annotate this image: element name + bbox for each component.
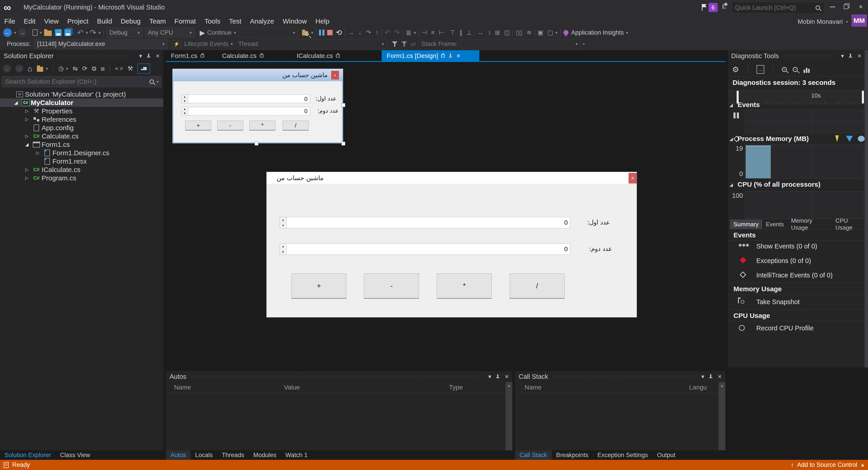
menu-test[interactable]: Test bbox=[224, 18, 246, 25]
quick-launch-box[interactable] bbox=[732, 2, 824, 13]
bring-to-front-icon[interactable]: ▣ bbox=[538, 29, 544, 36]
menu-edit[interactable]: Edit bbox=[20, 18, 40, 25]
format-document-icon[interactable]: ≣ bbox=[406, 29, 411, 37]
new-file-chevron-down-icon[interactable]: ▾ bbox=[40, 30, 42, 35]
sync-with-active-document-icon[interactable]: ⇆ bbox=[72, 65, 78, 72]
close-button[interactable]: × bbox=[854, 0, 867, 13]
timeline-end-marker[interactable] bbox=[862, 91, 864, 104]
tree-item-icalculate[interactable]: ▷ C# ICalculate.cs bbox=[0, 166, 163, 174]
search-icon[interactable] bbox=[815, 5, 820, 10]
numeric-updown2[interactable]: 0 bbox=[188, 107, 310, 115]
se-search-chevron-icon[interactable]: ▾ bbox=[156, 79, 158, 84]
break-all-icon[interactable] bbox=[319, 30, 321, 35]
numeric-updown2-spinner[interactable]: ▲▼ bbox=[181, 107, 188, 115]
cpu-chart[interactable] bbox=[745, 191, 864, 219]
app-insights-chevron-down-icon[interactable]: ▾ bbox=[626, 30, 628, 35]
tree-item-properties[interactable]: ▷ ⚒ Properties bbox=[0, 107, 163, 115]
add-to-source-control-button[interactable]: Add to Source Control bbox=[797, 461, 857, 468]
restore-button[interactable] bbox=[840, 0, 852, 13]
menu-help[interactable]: Help bbox=[311, 18, 334, 25]
tab-class-view[interactable]: Class View bbox=[56, 450, 95, 460]
collapsed-arrow-icon[interactable]: ▷ bbox=[23, 117, 31, 122]
se-search-icon[interactable] bbox=[150, 80, 154, 84]
horizontal-spacing-icon[interactable]: ▯▯ bbox=[516, 29, 523, 36]
call-stack-scrollbar[interactable]: ▲ bbox=[718, 382, 725, 450]
tab-solution-explorer[interactable]: Solution Explorer bbox=[0, 450, 56, 460]
step-over-icon[interactable]: ↷ bbox=[366, 29, 371, 36]
menu-debug[interactable]: Debug bbox=[117, 18, 145, 25]
call-stack-column-headers[interactable]: Name Langu bbox=[515, 382, 725, 393]
subtract-button[interactable]: - bbox=[217, 121, 243, 130]
column-language[interactable]: Langu bbox=[689, 384, 709, 391]
cpu-section-header[interactable]: CPU (% of all processors) bbox=[738, 181, 820, 188]
solution-search-box[interactable]: ▾ bbox=[2, 76, 161, 87]
align-centers-icon[interactable]: ≡ bbox=[431, 29, 435, 36]
tree-item-calculate[interactable]: ▷ C# Calculate.cs bbox=[0, 132, 163, 140]
make-same-height-icon[interactable]: ↕ bbox=[488, 29, 491, 36]
column-value[interactable]: Value bbox=[284, 384, 449, 391]
run-to-cursor-icon[interactable]: → bbox=[348, 29, 354, 36]
numeric-updown1[interactable]: 0 bbox=[188, 95, 310, 103]
resize-handle-right[interactable] bbox=[341, 103, 345, 107]
app-titlebar[interactable]: ماشین حساب من X bbox=[267, 172, 637, 184]
notification-badge[interactable]: 6 bbox=[709, 3, 718, 12]
quick-launch-input[interactable] bbox=[732, 4, 815, 11]
switch-views-chevron-icon[interactable]: ▾ bbox=[46, 66, 48, 71]
scroll-up-icon[interactable]: ▲ bbox=[718, 382, 725, 388]
tree-item-form1[interactable]: ◢ Form1.cs bbox=[0, 140, 163, 149]
menu-view[interactable]: View bbox=[40, 18, 63, 25]
restart-icon[interactable]: ⟲ bbox=[336, 28, 342, 37]
stop-debugging-icon[interactable] bbox=[327, 30, 333, 35]
align-tops-icon[interactable]: ⊤ bbox=[450, 29, 455, 36]
diagnostic-tools-header[interactable]: Diagnostic Tools ▾ × bbox=[728, 50, 865, 62]
column-name[interactable]: Name bbox=[166, 384, 284, 391]
collapsed-arrow-icon[interactable]: ▷ bbox=[23, 134, 31, 139]
pin-icon[interactable] bbox=[496, 374, 500, 379]
make-same-width-icon[interactable]: ↔ bbox=[478, 29, 484, 36]
tab-call-stack[interactable]: Call Stack bbox=[515, 450, 552, 460]
app-multiply-button[interactable]: * bbox=[437, 273, 492, 299]
switch-views-icon[interactable] bbox=[37, 67, 43, 72]
back-chevron-down-icon[interactable]: ▾ bbox=[14, 30, 16, 35]
step-into-icon[interactable]: ↓ bbox=[359, 29, 362, 36]
align-middles-icon[interactable]: ∥ bbox=[459, 29, 463, 36]
close-panel-icon[interactable]: × bbox=[857, 52, 862, 60]
save-all-icon[interactable] bbox=[64, 29, 71, 36]
memory-chart[interactable] bbox=[745, 144, 864, 179]
close-tab-icon[interactable]: × bbox=[457, 52, 460, 60]
view-code-icon[interactable]: < > bbox=[115, 65, 123, 72]
add-button[interactable]: + bbox=[185, 121, 211, 130]
designer-form-titlebar[interactable]: ماشین حساب من x bbox=[173, 69, 343, 81]
autos-header[interactable]: Autos ▾ × bbox=[166, 371, 513, 382]
redo-chevron-down-icon[interactable]: ▾ bbox=[99, 30, 101, 35]
exceptions-link[interactable]: Exceptions (0 of 0) bbox=[756, 257, 811, 265]
app-numeric-updown1[interactable]: 0 bbox=[286, 217, 570, 228]
take-snapshot-link[interactable]: Take Snapshot bbox=[756, 298, 800, 306]
intellitrace-link[interactable]: IntelliTrace Events (0 of 0) bbox=[756, 271, 833, 279]
tab-exception-settings[interactable]: Exception Settings bbox=[593, 450, 653, 460]
events-section-header[interactable]: Events bbox=[738, 101, 760, 109]
menu-analyze[interactable]: Analyze bbox=[246, 18, 278, 25]
menu-window[interactable]: Window bbox=[278, 18, 311, 25]
send-to-back-icon[interactable]: ▢ bbox=[548, 29, 553, 36]
continue-button[interactable]: Continue bbox=[207, 29, 231, 36]
breaks-track[interactable] bbox=[745, 110, 864, 121]
memory-section-header[interactable]: Process Memory (MB) bbox=[738, 135, 809, 143]
tab-events[interactable]: Events bbox=[762, 219, 787, 229]
output-track[interactable] bbox=[745, 122, 864, 133]
diagnostics-scrollbar[interactable] bbox=[865, 50, 868, 368]
app-numeric-updown2-spinner[interactable]: ▲▼ bbox=[280, 243, 286, 255]
minimize-button[interactable] bbox=[827, 0, 838, 13]
solution-explorer-header[interactable]: Solution Explorer ▾ × bbox=[0, 50, 163, 62]
collapsed-arrow-icon[interactable]: ▷ bbox=[23, 108, 31, 114]
tree-item-form1-resx[interactable]: ➤ Form1.resx bbox=[0, 157, 163, 166]
expanded-arrow-icon[interactable]: ◢ bbox=[12, 100, 20, 105]
filter-chevron-icon[interactable]: ▾ bbox=[66, 66, 68, 71]
tab-memory-usage[interactable]: Memory Usage bbox=[787, 216, 832, 233]
solution-search-input[interactable] bbox=[2, 78, 150, 85]
undo-chevron-down-icon[interactable]: ▾ bbox=[86, 30, 88, 35]
layout-overflow-icon[interactable]: ▾ bbox=[556, 30, 558, 35]
designer-form[interactable]: ماشین حساب من x ▲▼ 0 عدد اول: ▲▼ 0 عدد د… bbox=[172, 68, 343, 144]
menu-team[interactable]: Team bbox=[145, 18, 170, 25]
close-panel-icon[interactable]: × bbox=[505, 373, 509, 380]
